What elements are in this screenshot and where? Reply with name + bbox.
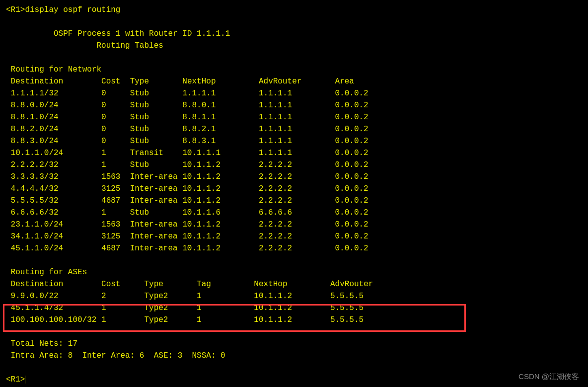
ase-rows: 9.9.0.0/22 2 Type2 1 10.1.1.2 5.5.5.5 45…: [6, 290, 582, 326]
total-nets: Total Nets: 17: [6, 338, 582, 350]
watermark: CSDN @江湖侠客: [518, 371, 579, 383]
table-row: 45.1.1.4/32 1 Type2 1 10.1.1.2 5.5.5.5: [6, 302, 582, 314]
table-row: 1.1.1.1/32 0 Stub 1.1.1.1 1.1.1.1 0.0.0.…: [6, 87, 582, 99]
blank-line: [6, 326, 582, 338]
blank-line: [6, 52, 582, 64]
net-rows: 1.1.1.1/32 0 Stub 1.1.1.1 1.1.1.1 0.0.0.…: [6, 87, 582, 254]
table-row: 34.1.1.0/24 3125 Inter-area 10.1.1.2 2.2…: [6, 231, 582, 242]
col-tag: Tag: [197, 280, 211, 289]
col-type: Type: [144, 280, 163, 289]
col-cost: Cost: [101, 77, 120, 86]
table-row: 9.9.0.0/22 2 Type2 1 10.1.1.2 5.5.5.5: [6, 290, 582, 302]
ase-header-row: Destination Cost Type Tag NextHop AdvRou…: [6, 278, 582, 290]
col-destination: Destination: [11, 280, 64, 289]
col-nexthop: NextHop: [254, 280, 287, 289]
table-row: 2.2.2.2/32 1 Stub 10.1.1.2 2.2.2.2 0.0.0…: [6, 159, 582, 171]
routing-tables-label: Routing Tables: [6, 40, 582, 52]
col-area: Area: [335, 77, 354, 86]
blank-line: [6, 254, 582, 266]
col-type: Type: [130, 77, 149, 86]
table-row: 10.1.1.0/24 1 Transit 10.1.1.1 1.1.1.1 0…: [6, 147, 582, 159]
routing-ases-title: Routing for ASEs: [6, 266, 582, 278]
ospf-header: OSPF Process 1 with Router ID 1.1.1.1: [6, 28, 582, 40]
col-advrouter: AdvRouter: [259, 77, 301, 86]
table-row: 23.1.1.0/24 1563 Inter-area 10.1.1.2 2.2…: [6, 219, 582, 231]
table-row: 45.1.1.0/24 4687 Inter-area 10.1.1.2 2.2…: [6, 242, 582, 254]
command-text: display ospf routing: [25, 5, 120, 14]
command-line[interactable]: <R1>display ospf routing: [6, 4, 582, 16]
table-row: 3.3.3.3/32 1563 Inter-area 10.1.1.2 2.2.…: [6, 171, 582, 183]
table-row: 8.8.3.0/24 0 Stub 8.8.3.1 1.1.1.1 0.0.0.…: [6, 135, 582, 147]
prompt: <R1>: [6, 375, 25, 384]
prompt: <R1>: [6, 5, 25, 14]
blank-line: [6, 16, 582, 28]
routing-network-title: Routing for Network: [6, 64, 582, 76]
col-destination: Destination: [11, 77, 64, 86]
col-nexthop: NextHop: [182, 77, 216, 86]
stats-line: Intra Area: 8 Inter Area: 6 ASE: 3 NSSA:…: [6, 350, 582, 362]
col-advrouter: AdvRouter: [330, 280, 373, 289]
table-row: 6.6.6.6/32 1 Stub 10.1.1.6 6.6.6.6 0.0.0…: [6, 207, 582, 219]
table-row: 100.100.100.100/32 1 Type2 1 10.1.1.2 5.…: [6, 314, 582, 326]
table-row: 8.8.1.0/24 0 Stub 8.8.1.1 1.1.1.1 0.0.0.…: [6, 111, 582, 123]
table-row: 5.5.5.5/32 4687 Inter-area 10.1.1.2 2.2.…: [6, 195, 582, 207]
col-cost: Cost: [101, 280, 120, 289]
table-row: 4.4.4.4/32 3125 Inter-area 10.1.1.2 2.2.…: [6, 183, 582, 195]
terminal-output: <R1>display ospf routing OSPF Process 1 …: [6, 4, 582, 386]
table-row: 8.8.0.0/24 0 Stub 8.8.0.1 1.1.1.1 0.0.0.…: [6, 99, 582, 111]
table-row: 8.8.2.0/24 0 Stub 8.8.2.1 1.1.1.1 0.0.0.…: [6, 123, 582, 135]
prompt-line[interactable]: <R1>: [6, 374, 582, 386]
blank-line: [6, 362, 582, 374]
net-header-row: Destination Cost Type NextHop AdvRouter …: [6, 76, 582, 87]
